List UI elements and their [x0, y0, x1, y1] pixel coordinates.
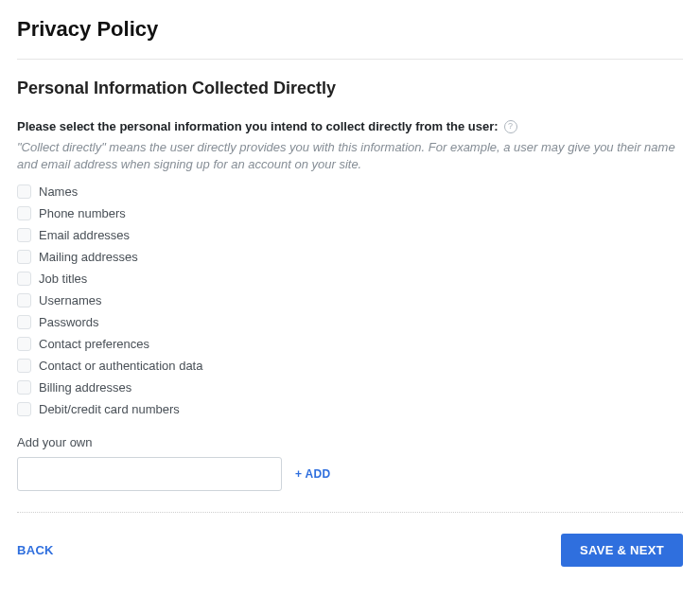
page-title: Privacy Policy: [17, 17, 683, 42]
save-next-button[interactable]: SAVE & NEXT: [561, 534, 683, 567]
checkbox-list: Names Phone numbers Email addresses Mail…: [17, 184, 683, 416]
checkbox[interactable]: [17, 250, 31, 264]
add-button[interactable]: + ADD: [295, 467, 330, 481]
checkbox-label: Names: [39, 184, 78, 199]
checkbox-label: Email addresses: [39, 228, 130, 242]
checkbox[interactable]: [17, 206, 31, 220]
checkbox[interactable]: [17, 337, 31, 351]
checkbox-label: Contact or authentication data: [39, 359, 202, 373]
help-icon[interactable]: ?: [504, 120, 517, 133]
checkbox-row-names[interactable]: Names: [17, 184, 683, 199]
checkbox-label: Debit/credit card numbers: [39, 402, 180, 416]
checkbox-row-authdata[interactable]: Contact or authentication data: [17, 359, 683, 373]
checkbox-label: Billing addresses: [39, 380, 131, 395]
prompt-row: Please select the personal information y…: [17, 119, 683, 133]
checkbox-row-jobtitles[interactable]: Job titles: [17, 272, 683, 286]
prompt-text: Please select the personal information y…: [17, 119, 499, 133]
checkbox-label: Passwords: [39, 315, 99, 329]
checkbox-row-phone[interactable]: Phone numbers: [17, 206, 683, 220]
checkbox[interactable]: [17, 315, 31, 329]
checkbox[interactable]: [17, 293, 31, 307]
checkbox-row-billing[interactable]: Billing addresses: [17, 380, 683, 395]
checkbox-row-cards[interactable]: Debit/credit card numbers: [17, 402, 683, 416]
checkbox[interactable]: [17, 184, 31, 199]
checkbox-label: Phone numbers: [39, 206, 126, 220]
checkbox[interactable]: [17, 402, 31, 416]
checkbox-label: Contact preferences: [39, 337, 149, 351]
checkbox-row-contactpref[interactable]: Contact preferences: [17, 337, 683, 351]
checkbox[interactable]: [17, 228, 31, 242]
checkbox[interactable]: [17, 359, 31, 373]
dotted-divider: [17, 512, 683, 513]
add-own-label: Add your own: [17, 435, 683, 449]
section-title: Personal Information Collected Directly: [17, 79, 683, 98]
checkbox-label: Usernames: [39, 293, 101, 307]
divider: [17, 59, 683, 60]
checkbox[interactable]: [17, 272, 31, 286]
checkbox-row-email[interactable]: Email addresses: [17, 228, 683, 242]
back-button[interactable]: BACK: [17, 543, 54, 557]
checkbox-row-mailing[interactable]: Mailing addresses: [17, 250, 683, 264]
checkbox-row-usernames[interactable]: Usernames: [17, 293, 683, 307]
footer-row: BACK SAVE & NEXT: [17, 534, 683, 567]
add-own-row: + ADD: [17, 457, 683, 491]
add-own-input[interactable]: [17, 457, 282, 491]
checkbox[interactable]: [17, 380, 31, 395]
checkbox-label: Mailing addresses: [39, 250, 138, 264]
checkbox-row-passwords[interactable]: Passwords: [17, 315, 683, 329]
help-text: "Collect directly" means the user direct…: [17, 139, 683, 173]
checkbox-label: Job titles: [39, 272, 87, 286]
